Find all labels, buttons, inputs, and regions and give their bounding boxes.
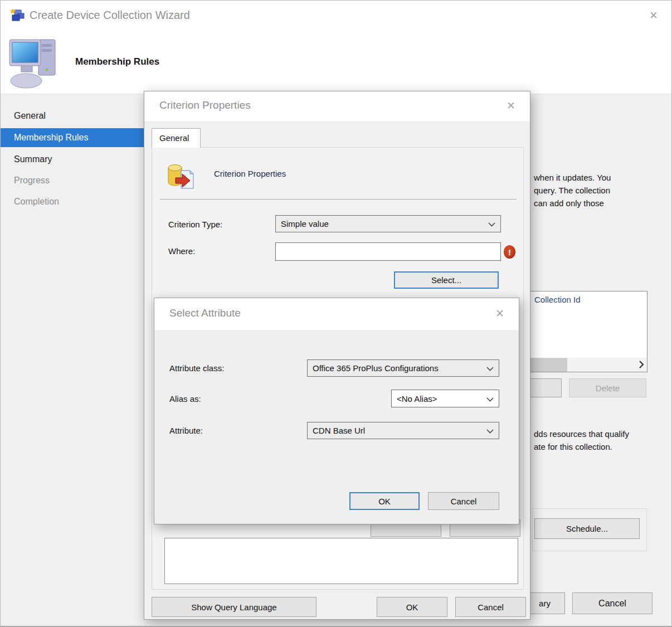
sidebar-item-summary[interactable]: Summary	[1, 150, 144, 169]
where-input[interactable]	[275, 242, 501, 261]
qualify-line: ate for this collection.	[534, 440, 629, 453]
alias-as-select[interactable]: <No Alias>	[391, 390, 499, 407]
criterion-type-select[interactable]: Simple value	[275, 215, 501, 232]
window-title: Create Device Collection Wizard	[30, 9, 190, 22]
wizard-banner: Membership Rules	[1, 32, 672, 94]
attribute-class-label: Attribute class:	[169, 363, 224, 373]
select-attribute-close-icon[interactable]: ✕	[495, 308, 504, 319]
wizard-cancel-button[interactable]: Cancel	[572, 592, 652, 614]
sidebar-item-progress: Progress	[1, 171, 144, 190]
intro-line: can add only those	[534, 197, 611, 210]
qualify-line: dds resources that qualify	[534, 427, 629, 440]
horizontal-scrollbar[interactable]	[530, 358, 647, 372]
delete-button: Delete	[569, 378, 646, 397]
criterion-ok-button[interactable]: OK	[377, 597, 447, 617]
page-title: Membership Rules	[75, 56, 159, 67]
chevron-down-icon	[486, 394, 494, 404]
show-query-language-button[interactable]: Show Query Language	[152, 597, 316, 617]
scrollbar-thumb[interactable]	[530, 358, 567, 372]
create-device-collection-wizard-window: Create Device Collection Wizard ✕	[0, 0, 672, 627]
collection-id-column-header[interactable]: Collection Id	[534, 295, 581, 304]
criterion-dialog-close-icon[interactable]: ✕	[507, 100, 515, 111]
scroll-right-icon[interactable]	[639, 361, 644, 371]
select-attribute-titlebar: Select Attribute ✕	[154, 298, 519, 330]
validation-error-icon: !	[504, 245, 515, 259]
sidebar-item-completion: Completion	[1, 192, 144, 211]
query-preview-textarea[interactable]	[164, 538, 518, 584]
criterion-dialog-titlebar: Criterion Properties ✕	[144, 91, 530, 121]
chevron-down-icon	[486, 363, 494, 373]
criterion-cancel-button[interactable]: Cancel	[455, 597, 526, 617]
criterion-dialog-title: Criterion Properties	[159, 99, 251, 111]
alias-as-label: Alias as:	[169, 394, 201, 404]
criterion-type-value: Simple value	[281, 219, 329, 229]
chevron-down-icon	[486, 426, 494, 435]
section-divider	[160, 199, 517, 200]
partially-hidden-edit-button[interactable]	[529, 378, 562, 397]
select-attribute-ok-button[interactable]: OK	[349, 492, 420, 510]
sidebar-item-general[interactable]: General	[1, 106, 144, 125]
membership-rules-list[interactable]: Collection Id	[530, 291, 647, 372]
membership-intro-text: when it updates. You query. The collecti…	[534, 171, 611, 210]
attribute-select[interactable]: CDN Base Url	[307, 422, 499, 439]
attribute-class-select[interactable]: Office 365 ProPlus Configurations	[307, 359, 499, 377]
attribute-class-value: Office 365 ProPlus Configurations	[313, 363, 439, 373]
intro-line: query. The collection	[534, 184, 611, 197]
database-criterion-icon	[165, 163, 196, 194]
sidebar-item-membership-rules[interactable]: Membership Rules	[1, 128, 168, 147]
criterion-section-title: Criterion Properties	[214, 169, 286, 178]
computer-icon	[5, 35, 63, 92]
qualify-text: dds resources that qualify ate for this …	[534, 427, 629, 453]
chevron-down-icon	[488, 219, 495, 229]
select-attribute-title: Select Attribute	[169, 307, 241, 319]
window-close-icon[interactable]: ✕	[649, 10, 658, 21]
where-label: Where:	[168, 246, 195, 256]
alias-as-value: <No Alias>	[397, 394, 437, 404]
wizard-app-icon	[8, 8, 25, 25]
tab-general[interactable]: General	[152, 128, 201, 148]
schedule-button[interactable]: Schedule...	[534, 518, 640, 539]
intro-line: when it updates. You	[534, 171, 611, 184]
select-attribute-dialog: Select Attribute ✕ Attribute class: Offi…	[154, 298, 519, 524]
attribute-value: CDN Base Url	[313, 426, 365, 435]
attribute-label: Attribute:	[169, 426, 203, 435]
select-attribute-cancel-button[interactable]: Cancel	[428, 492, 499, 510]
select-button[interactable]: Select...	[394, 271, 499, 289]
window-titlebar: Create Device Collection Wizard ✕	[1, 1, 672, 32]
criterion-type-label: Criterion Type:	[168, 220, 222, 229]
